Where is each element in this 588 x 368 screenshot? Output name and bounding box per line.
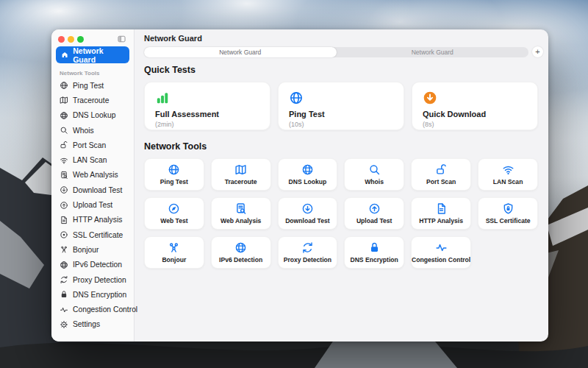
zoom-button[interactable] [77,36,84,43]
tool-card-dns-encryption[interactable]: DNS Encryption [344,236,404,269]
quick-tests-heading: Quick Tests [144,65,538,75]
tool-card-label: DNS Encryption [350,256,398,263]
document-search-icon [60,171,68,180]
tool-card-label: Port Scan [426,178,456,185]
quick-tests-row: Full Assessment(2min)Ping Test(10s)Quick… [144,82,538,130]
app-window: Network Guard Network Tools Ping TestTra… [51,29,548,342]
sidebar-item-label: Bonjour [73,246,99,254]
lock-open-icon [435,163,448,176]
sidebar-item-upload-test[interactable]: Upload Test [51,197,134,212]
tool-card-ipv6-detection[interactable]: IPv6 Detection [211,236,271,269]
tool-card-label: Web Test [160,217,187,224]
arrow-down-circle-icon [301,202,314,215]
arrow-up-circle-icon [368,202,381,215]
tool-card-proxy-detection[interactable]: Proxy Detection [278,236,338,269]
traffic-lights [58,36,84,43]
tool-card-traceroute[interactable]: Traceroute [211,158,271,191]
tool-card-label: Congestion Control [412,256,470,263]
globe-grid-icon [60,261,68,269]
sidebar-item-label: Settings [73,320,100,328]
globe-icon [60,81,68,90]
tool-card-port-scan[interactable]: Port Scan [411,158,471,191]
quick-test-card-full-assessment[interactable]: Full Assessment(2min) [144,82,270,130]
sidebar-item-label: SSL Certificate [73,231,123,239]
sidebar-footer: Settings [51,317,134,342]
tab-network-guard-2[interactable]: Network Guard [337,47,529,57]
map-icon [234,163,247,176]
arrow-up-circle-icon [60,201,68,210]
sidebar-item-label: Web Analysis [73,171,118,179]
sidebar-item-download-test[interactable]: Download Test [51,183,134,197]
sidebar-item-label: Whois [73,127,94,135]
sidebar-item-label: HTTP Analysis [73,216,122,224]
minimize-button[interactable] [68,36,74,43]
tool-card-web-analysis[interactable]: Web Analysis [211,197,271,230]
shield-lock-icon [502,202,514,215]
tool-card-http-analysis[interactable]: HTTP Analysis [411,197,471,230]
tool-card-ssl-certificate[interactable]: SSL Certificate [478,197,538,230]
sidebar-item-ipv6-detection[interactable]: IPv6 Detection [51,258,134,272]
sidebar-item-congestion-control[interactable]: Congestion Control [51,302,134,316]
lock-icon [60,290,68,299]
lock-icon [368,241,381,254]
tool-card-label: Whois [365,178,384,185]
sidebar-item-settings[interactable]: Settings [51,317,134,332]
quick-test-card-quick-download[interactable]: Quick Download(8s) [412,82,538,130]
close-button[interactable] [58,36,65,43]
sidebar-item-bonjour[interactable]: Bonjour [51,242,134,257]
tool-card-label: Traceroute [225,178,257,185]
tool-card-label: Proxy Detection [284,256,331,263]
sidebar-item-network-guard-selected[interactable]: Network Guard [56,46,129,63]
quick-test-card-ping-test[interactable]: Ping Test(10s) [278,82,404,130]
pulse-icon [435,241,448,254]
sidebar-item-lan-scan[interactable]: LAN Scan [51,152,134,167]
main-area: Network Guard Network Guard Network Guar… [135,29,548,342]
tool-card-label: Download Test [285,217,329,224]
tool-card-web-test[interactable]: Web Test [144,197,204,230]
sidebar-item-http-analysis[interactable]: HTTP Analysis [51,213,134,227]
tool-card-label: Bonjour [162,256,186,263]
sidebar-item-label: Congestion Control [73,305,137,314]
wifi-icon [502,163,514,176]
tool-card-label: LAN Scan [493,178,523,185]
quick-test-duration: (10s) [289,121,393,128]
tool-card-label: IPv6 Detection [219,256,262,263]
tool-card-congestion-control[interactable]: Congestion Control [411,236,471,269]
sidebar-item-web-analysis[interactable]: Web Analysis [51,168,134,183]
tool-card-download-test[interactable]: Download Test [278,197,338,230]
sidebar-item-dns-encryption[interactable]: DNS Encryption [51,287,134,302]
sidebar-item-label: DNS Encryption [73,291,126,299]
quick-test-title: Full Assessment [155,110,259,118]
bar-chart-icon [155,91,170,105]
network-tools-heading: Network Tools [144,141,538,152]
lock-open-icon [60,141,68,149]
refresh-icon [301,241,314,254]
house-icon [61,51,68,59]
tool-card-label: HTTP Analysis [419,217,463,224]
sidebar-section-label: Network Tools [60,70,134,77]
sidebar-item-proxy-detection[interactable]: Proxy Detection [51,272,134,287]
sidebar-item-ssl-certificate[interactable]: SSL Certificate [51,227,134,242]
tab-label: Network Guard [219,49,261,56]
tab-row: Network Guard Network Guard + [135,42,548,57]
quick-test-duration: (8s) [423,121,527,128]
tool-card-ping-test[interactable]: Ping Test [144,158,204,191]
sidebar-item-port-scan[interactable]: Port Scan [51,138,134,152]
tool-card-upload-test[interactable]: Upload Test [344,197,404,230]
tool-card-lan-scan[interactable]: LAN Scan [478,158,538,191]
search-icon [368,163,381,176]
tool-card-bonjour[interactable]: Bonjour [144,236,204,269]
sidebar-item-dns-lookup[interactable]: DNS Lookup [51,108,134,123]
add-tab-button[interactable]: + [532,46,543,57]
globe-grid-icon [234,241,247,254]
tool-card-whois[interactable]: Whois [344,158,404,191]
sidebar-item-traceroute[interactable]: Traceroute [51,93,134,107]
sidebar-toggle-icon[interactable] [116,35,127,43]
document-search-icon [234,202,247,215]
sidebar-item-ping-test[interactable]: Ping Test [51,78,134,93]
tool-card-dns-lookup[interactable]: DNS Lookup [278,158,338,191]
sidebar-item-whois[interactable]: Whois [51,123,134,138]
sidebar-item-label: Ping Test [73,82,104,90]
download-badge-icon [423,91,437,105]
tab-network-guard-1[interactable]: Network Guard [144,47,337,57]
